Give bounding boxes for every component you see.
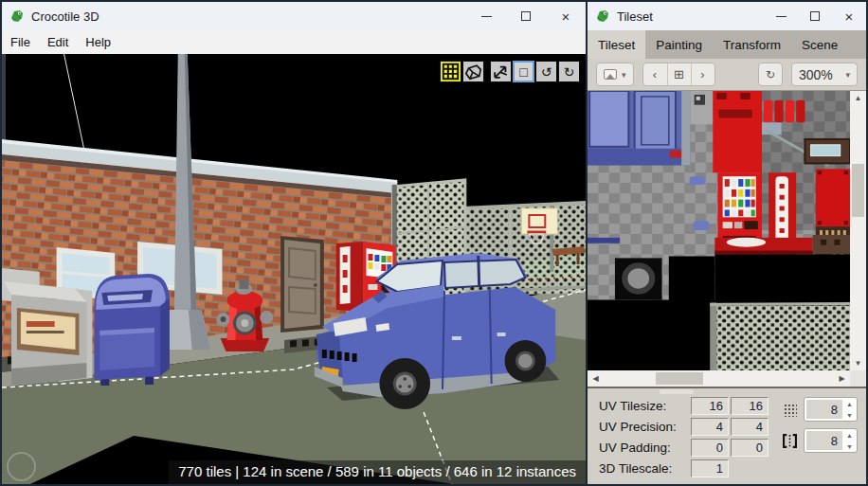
tileset-viewer[interactable]: ▲ ▼ ◀ ▶ [588, 90, 866, 387]
maximize-button[interactable] [506, 2, 546, 30]
horizontal-scroll-thumb[interactable] [656, 372, 703, 385]
tab-transform[interactable]: Transform [713, 30, 791, 59]
spinner-up-arrow[interactable]: ▲ [842, 398, 857, 409]
atlas-red-column [816, 169, 850, 226]
maximize-button[interactable] [798, 2, 832, 30]
minimize-icon [776, 16, 787, 17]
vertical-scrollbar[interactable]: ▲ ▼ [850, 91, 866, 370]
uv-padding-x-field[interactable]: 0 [691, 439, 729, 457]
reset-zoom-button[interactable]: ↻ [758, 63, 783, 86]
minimize-button[interactable] [764, 2, 798, 30]
move-arrows-icon [491, 62, 511, 81]
window-title: Crocotile 3D [31, 9, 99, 24]
uv-settings-panel: UV Tilesize: 16 16 UV Precision: 4 4 UV … [588, 387, 866, 484]
close-icon: × [845, 9, 854, 25]
uv-precision-label: UV Precision: [599, 420, 691, 434]
maximize-icon [810, 11, 820, 21]
maximize-icon [521, 11, 531, 21]
grid-dots-icon [783, 403, 797, 417]
crocodile-app-icon [9, 9, 25, 24]
menu-edit[interactable]: Edit [39, 30, 77, 54]
uv-tilesize-x-field[interactable]: 16 [691, 397, 729, 415]
mailbox [94, 274, 169, 386]
outline-size-value[interactable]: 8 [806, 431, 842, 450]
rotate-ccw-button[interactable]: ↺ [535, 61, 557, 82]
building-door [280, 236, 324, 333]
menu-file[interactable]: File [2, 30, 39, 54]
zoom-level-value: 300% [799, 67, 833, 82]
spinner-down-arrow[interactable]: ▼ [842, 441, 857, 452]
scrollbar-corner [850, 370, 866, 387]
tileset-image-dropdown[interactable]: ▾ [596, 63, 634, 86]
tile-grid-tool-button[interactable] [440, 61, 461, 82]
scroll-down-arrow[interactable]: ▼ [850, 356, 866, 370]
window-tileset: Tileset × Tileset Painting Transform Sce… [588, 2, 866, 484]
chevron-down-icon: ▾ [845, 70, 850, 80]
tileset-toolbar: ▾ ‹ ⊞ › ↻ 300% ▾ [588, 59, 866, 90]
3d-viewport[interactable]: □ ↺ ↻ 770 tiles | 124 in scene / 589 in … [2, 54, 586, 484]
chevron-down-icon: ▾ [622, 70, 626, 80]
minimize-button[interactable] [466, 2, 506, 30]
grid-size-value[interactable]: 8 [806, 400, 842, 419]
close-button[interactable]: × [832, 2, 866, 30]
menu-help[interactable]: Help [77, 30, 119, 54]
uv-precision-y-field[interactable]: 4 [731, 418, 769, 436]
tileset-tabbar: Tileset Painting Transform Scene [588, 30, 866, 59]
scroll-right-arrow[interactable]: ▶ [834, 371, 850, 386]
spinner-up-arrow[interactable]: ▲ [842, 429, 857, 441]
atlas-fence-texture [710, 302, 850, 370]
image-icon [604, 69, 617, 80]
uv-tilesize-y-field[interactable]: 16 [731, 397, 769, 415]
3d-tilescale-label: 3D Tilescale: [599, 461, 691, 476]
titlebar-right[interactable]: Tileset × [588, 2, 866, 30]
viewport-toolbar: □ ↺ ↻ [440, 61, 580, 82]
atlas-red-top [713, 91, 762, 172]
tile-outline-icon [783, 434, 797, 448]
select-tool-button[interactable]: □ [513, 61, 534, 82]
uv-tilesize-label: UV Tilesize: [599, 399, 691, 413]
3d-scene [2, 54, 586, 484]
view-orbit-gizmo[interactable] [7, 452, 36, 481]
close-button[interactable]: × [546, 2, 586, 30]
atlas-blue-panels [588, 91, 691, 165]
tab-painting[interactable]: Painting [645, 30, 713, 59]
rotate-ccw-icon: ↺ [541, 65, 552, 79]
menubar: File Edit Help [2, 30, 586, 54]
toolbar-gap [485, 61, 489, 82]
zoom-level-dropdown[interactable]: 300% ▾ [791, 63, 858, 86]
outline-size-spinner[interactable]: 8 ▲ ▼ [804, 428, 858, 453]
move-tool-button[interactable] [490, 61, 512, 82]
scene-status-text: 770 tiles | 124 in scene / 589 in 11 obj… [169, 460, 586, 484]
tab-scene[interactable]: Scene [791, 30, 848, 59]
panel-resize-handle[interactable] [660, 389, 694, 394]
vertical-scroll-thumb[interactable] [852, 164, 864, 217]
rotate-cw-icon: ↻ [564, 65, 575, 79]
uv-padding-y-field[interactable]: 0 [731, 439, 769, 457]
tileset-image[interactable] [588, 91, 850, 370]
box-tool-button[interactable] [462, 61, 484, 82]
scroll-left-arrow[interactable]: ◀ [588, 371, 604, 386]
close-icon: × [562, 9, 570, 25]
tileset-nav-group: ‹ ⊞ › [642, 63, 715, 86]
next-tileset-button[interactable]: › [691, 63, 714, 85]
uv-precision-x-field[interactable]: 4 [691, 418, 729, 436]
prev-tileset-button[interactable]: ‹ [643, 63, 667, 85]
grid-size-spinner[interactable]: 8 ▲ ▼ [804, 397, 858, 422]
uv-padding-label: UV Padding: [599, 441, 691, 455]
scroll-up-arrow[interactable]: ▲ [850, 91, 866, 105]
rotate-cw-button[interactable]: ↻ [558, 61, 580, 82]
titlebar-left[interactable]: Crocotile 3D × [2, 2, 586, 30]
cube-icon [463, 62, 483, 81]
window-title: Tileset [617, 9, 653, 24]
spinner-down-arrow[interactable]: ▼ [842, 409, 857, 421]
grid-icon [441, 62, 461, 81]
screenshot-root: Crocotile 3D × File Edit Help [0, 0, 868, 486]
tab-tileset[interactable]: Tileset [588, 30, 645, 59]
window-crocotile: Crocotile 3D × File Edit Help [2, 2, 588, 484]
horizontal-scrollbar[interactable]: ◀ ▶ [588, 370, 850, 387]
tileset-atlas [588, 91, 850, 370]
atlas-screen-panel [805, 139, 850, 163]
3d-tilescale-field[interactable]: 1 [691, 459, 729, 477]
tileset-panes-button[interactable]: ⊞ [667, 63, 691, 85]
square-icon: □ [519, 65, 527, 79]
